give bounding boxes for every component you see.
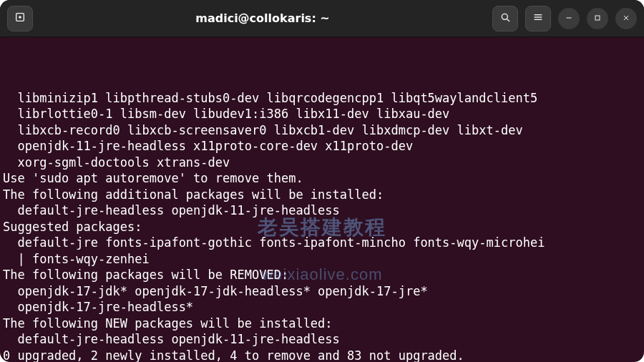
titlebar-left [7,6,33,31]
new-tab-icon [14,11,26,26]
terminal-line: The following NEW packages will be insta… [3,315,641,332]
terminal-line: openjdk-11-jre-headless x11proto-core-de… [3,138,641,155]
terminal-line: default-jre-headless openjdk-11-jre-head… [3,331,641,348]
terminal-line: xorg-sgml-doctools xtrans-dev [3,155,641,171]
terminal-line: Use 'sudo apt autoremove' to remove them… [3,170,641,187]
close-icon [622,11,630,25]
new-tab-button[interactable] [7,6,33,31]
terminal-line: | fonts-wqy-zenhei [3,251,641,268]
hamburger-icon [532,11,544,26]
minimize-button[interactable] [558,8,580,29]
menu-button[interactable] [525,6,551,31]
terminal-line: default-jre fonts-ipafont-gothic fonts-i… [3,235,641,251]
svg-rect-9 [595,16,600,20]
titlebar-right [492,6,637,31]
terminal-line: Suggested packages: [3,219,641,235]
terminal-line: The following additional packages will b… [3,187,641,203]
terminal-line: default-jre-headless openjdk-11-jre-head… [3,202,641,219]
maximize-icon [593,11,602,25]
terminal-line: libminizip1 libpthread-stubs0-dev libqrc… [3,90,641,107]
terminal-body[interactable]: 老吴搭建教程 weixiaolive.com libminizip1 libpt… [0,37,644,362]
terminal-window: madici@collokaris: ~ [0,0,644,362]
terminal-output: libminizip1 libpthread-stubs0-dev libqrc… [3,90,641,363]
titlebar: madici@collokaris: ~ [0,0,644,37]
minimize-icon [565,11,573,25]
maximize-button[interactable] [587,8,608,29]
search-icon [499,11,511,26]
window-title: madici@collokaris: ~ [39,11,487,25]
terminal-line: The following packages will be REMOVED: [3,267,641,283]
close-button[interactable] [615,8,637,29]
terminal-line: 0 upgraded, 2 newly installed, 4 to remo… [3,348,641,363]
search-button[interactable] [492,6,518,31]
terminal-line: libxcb-record0 libxcb-screensaver0 libxc… [3,122,641,139]
terminal-line: openjdk-17-jdk* openjdk-17-jdk-headless*… [3,283,641,300]
terminal-line: librlottie0-1 libsm-dev libudev1:i386 li… [3,106,641,122]
svg-line-4 [507,19,509,21]
svg-point-3 [502,14,507,19]
terminal-line: openjdk-17-jre-headless* [3,299,641,315]
